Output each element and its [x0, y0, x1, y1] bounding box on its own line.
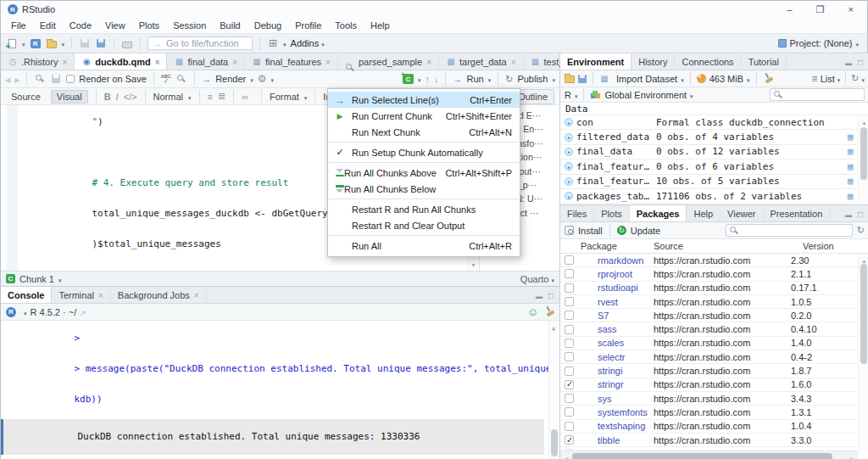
maximize-pane-icon[interactable]	[548, 290, 554, 300]
package-link[interactable]: rvest	[579, 297, 654, 307]
menu-item[interactable]: Edit	[33, 20, 63, 31]
italic-button[interactable]: I	[116, 92, 119, 102]
environment-object-row[interactable]: final_featur… 0 obs. of 6 variables	[560, 160, 868, 174]
expand-object-icon[interactable]	[565, 177, 573, 186]
chunk-label[interactable]: Chunk 1	[19, 274, 54, 284]
source-mode-button[interactable]: Source	[6, 91, 46, 103]
minimize-pane-icon[interactable]	[536, 290, 542, 300]
package-row[interactable]: rvest https://cran.rstudio.com 1.0.5	[560, 295, 868, 309]
run-button[interactable]: Run	[466, 74, 483, 84]
package-checkbox[interactable]	[565, 352, 574, 361]
source-column-header[interactable]: Source	[654, 241, 803, 251]
packages-scrollbar[interactable]	[858, 254, 868, 451]
source-tab[interactable]: target_data	[439, 53, 524, 70]
scrollbar-thumb[interactable]	[572, 453, 832, 459]
memory-status-icon[interactable]	[527, 305, 538, 318]
package-link[interactable]: textshaping	[579, 421, 654, 431]
package-row[interactable]: rmarkdown https://cran.rstudio.com 2.30	[560, 254, 868, 267]
package-checkbox[interactable]	[565, 283, 574, 293]
new-file-button[interactable]	[6, 36, 18, 51]
version-column-header[interactable]: Version	[803, 241, 868, 251]
source-tab[interactable]: duckdb.qmd	[75, 53, 167, 70]
environment-tab[interactable]: Tutorial	[742, 53, 787, 70]
package-row[interactable]: stringi https://cran.rstudio.com 1.8.7	[560, 364, 868, 378]
package-link[interactable]: S7	[579, 311, 654, 321]
package-checkbox[interactable]	[565, 269, 574, 278]
package-row[interactable]: rstudioapi https://cran.rstudio.com 0.17…	[560, 282, 868, 295]
menu-item[interactable]: Tools	[328, 20, 364, 31]
package-checkbox[interactable]	[565, 325, 574, 334]
package-row[interactable]: S7 https://cran.rstudio.com 0.2.0	[560, 309, 868, 322]
maximize-pane-icon[interactable]	[858, 57, 863, 67]
update-button[interactable]: Update	[631, 226, 660, 236]
packages-tab[interactable]: Files	[560, 205, 594, 221]
popout-button[interactable]	[34, 71, 46, 87]
console-scrollbar[interactable]	[548, 321, 559, 459]
run-menu-item[interactable]	[329, 199, 519, 199]
minimize-pane-icon[interactable]	[845, 57, 852, 67]
import-dataset-button[interactable]: Import Dataset	[616, 74, 677, 84]
source-tab[interactable]: parsed_sample	[338, 53, 439, 70]
package-checkbox[interactable]	[565, 380, 574, 389]
package-link[interactable]: stringi	[579, 366, 654, 376]
menu-item[interactable]: Debug	[248, 20, 288, 31]
packages-tab[interactable]: Viewer	[721, 205, 763, 221]
memory-caret-icon[interactable]	[747, 74, 750, 84]
close-button[interactable]: ×	[849, 4, 854, 14]
insert-chunk-caret-icon[interactable]	[418, 74, 421, 84]
project-menu-button[interactable]: Project: (None)	[778, 38, 863, 48]
chunk-caret-icon[interactable]	[58, 274, 62, 284]
pane-layout-button[interactable]	[267, 36, 279, 51]
environment-scrollbar[interactable]	[858, 115, 868, 204]
load-workspace-icon[interactable]	[565, 76, 575, 83]
memory-usage-button[interactable]: 463 MiB	[709, 74, 743, 84]
back-icon[interactable]	[5, 74, 10, 84]
save-button[interactable]	[79, 36, 91, 51]
package-link[interactable]: sass	[579, 324, 654, 334]
link-icon[interactable]	[242, 92, 248, 102]
package-checkbox[interactable]	[565, 339, 574, 348]
scroll-down-icon[interactable]	[470, 259, 476, 269]
run-caret-icon[interactable]	[488, 74, 492, 84]
close-tab-icon[interactable]	[232, 57, 237, 67]
packages-tab[interactable]: Plots	[594, 205, 629, 221]
package-checkbox[interactable]	[565, 407, 574, 417]
scroll-right-icon[interactable]	[850, 453, 855, 459]
package-checkbox[interactable]	[565, 297, 574, 306]
expand-object-icon[interactable]	[565, 192, 573, 200]
environment-object-row[interactable]: filtered_data 0 obs. of 4 variables	[560, 130, 868, 144]
menu-item[interactable]: Session	[166, 20, 213, 31]
scroll-left-icon[interactable]	[563, 453, 568, 459]
close-tab-icon[interactable]	[194, 290, 199, 300]
package-checkbox[interactable]	[565, 394, 574, 403]
publish-button[interactable]: Publish	[517, 74, 548, 84]
expand-object-icon[interactable]	[565, 162, 573, 171]
environment-search-input[interactable]	[770, 88, 865, 101]
menu-item[interactable]: Plots	[132, 20, 166, 31]
package-link[interactable]: stringr	[579, 379, 654, 389]
expand-object-icon[interactable]	[565, 133, 573, 142]
environment-select[interactable]: Global Environment	[604, 90, 687, 100]
package-link[interactable]: scales	[579, 338, 654, 348]
environment-tab[interactable]: Environment	[560, 53, 632, 70]
package-link[interactable]: selectr	[579, 352, 654, 362]
forward-icon[interactable]	[14, 74, 19, 84]
source-tab[interactable]: .Rhistory	[1, 53, 75, 70]
close-tab-icon[interactable]	[511, 57, 516, 67]
clear-console-icon[interactable]	[542, 305, 556, 318]
package-link[interactable]: rmarkdown	[579, 255, 654, 266]
menu-item[interactable]: Code	[63, 20, 98, 31]
package-link[interactable]: systemfonts	[579, 407, 654, 417]
run-menu-item[interactable]	[329, 142, 519, 143]
list-view-button[interactable]: List	[821, 74, 835, 84]
spellcheck-icon[interactable]	[161, 75, 171, 83]
expand-object-icon[interactable]	[565, 118, 573, 126]
menu-item[interactable]: View	[98, 20, 132, 31]
language-select[interactable]: R	[565, 90, 571, 100]
scroll-up-icon[interactable]	[552, 322, 555, 333]
package-row[interactable]: tibble https://cran.rstudio.com 3.3.0	[560, 434, 868, 447]
scrollbar-thumb[interactable]	[551, 429, 558, 456]
install-button[interactable]: Install	[578, 226, 603, 236]
package-link[interactable]: rstudioapi	[579, 283, 654, 293]
insert-chunk-button[interactable]: C	[403, 74, 414, 84]
